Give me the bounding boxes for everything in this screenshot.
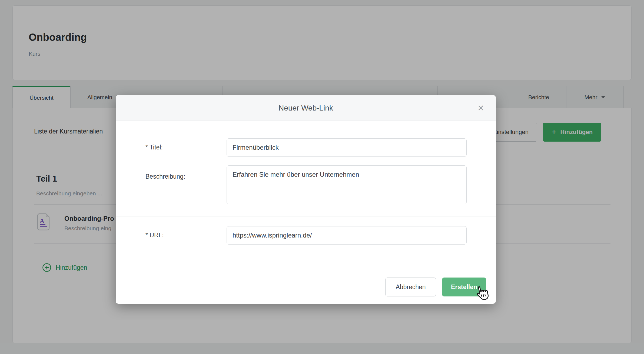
title-input[interactable] bbox=[227, 138, 467, 157]
description-field-label: Beschreibung: bbox=[145, 173, 185, 180]
url-input[interactable] bbox=[227, 226, 467, 245]
divider bbox=[116, 270, 496, 270]
title-field-label: * Titel: bbox=[145, 144, 163, 151]
app-window: Onboarding Kurs Übersicht Allgemein Bena… bbox=[0, 0, 644, 354]
divider bbox=[116, 216, 496, 216]
description-textarea[interactable]: Erfahren Sie mehr über unser Unternehmen bbox=[227, 165, 467, 204]
close-icon[interactable]: × bbox=[475, 95, 487, 121]
url-field-label: * URL: bbox=[145, 232, 164, 239]
new-weblink-dialog: Neuer Web-Link × * Titel: Beschreibung: … bbox=[116, 95, 496, 304]
dialog-title: Neuer Web-Link bbox=[116, 95, 496, 121]
cancel-button[interactable]: Abbrechen bbox=[385, 278, 436, 296]
dialog-header: Neuer Web-Link × bbox=[116, 95, 496, 121]
